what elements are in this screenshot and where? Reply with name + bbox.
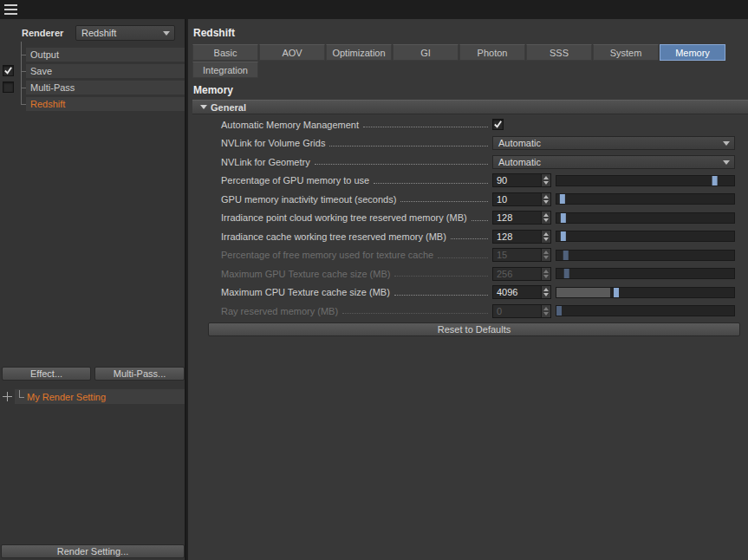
slider-track[interactable] (556, 305, 735, 316)
sidebar-item-output[interactable]: Output (26, 48, 185, 62)
sidebar-item-multi-pass[interactable]: Multi-Pass (26, 81, 185, 94)
check-icon (3, 66, 13, 75)
spinner-arrows[interactable] (541, 193, 550, 205)
slider-track[interactable] (556, 193, 735, 205)
tree-checkbox[interactable] (3, 81, 14, 93)
setting-label: Percentage of GPU memory to use (221, 175, 369, 186)
panel-title: Redshift (193, 27, 235, 39)
dropdown-value: Automatic (498, 138, 541, 148)
slider-handle[interactable] (563, 251, 569, 260)
setting-checkbox[interactable] (492, 119, 504, 130)
slider-handle[interactable] (564, 269, 569, 278)
active-setting-crosshair-icon[interactable] (3, 392, 12, 401)
number-value: 256 (493, 268, 541, 280)
slider-handle[interactable] (561, 231, 566, 241)
hamburger-menu-icon[interactable] (4, 4, 17, 6)
active-render-setting-row: My Render Setting (0, 389, 186, 404)
setting-row: Ray reserved memory (MB)0 (188, 302, 748, 321)
render-setting-item-label: My Render Setting (27, 392, 106, 402)
dotted-leader (394, 276, 488, 277)
tab-sss[interactable]: SSS (526, 44, 592, 61)
dotted-leader (329, 146, 488, 147)
tab-optimization[interactable]: Optimization (326, 44, 392, 61)
number-input[interactable]: 256 (492, 267, 551, 281)
number-value: 90 (493, 174, 541, 186)
slider-handle[interactable] (712, 176, 717, 186)
slider-track[interactable] (556, 287, 735, 298)
slider-track[interactable] (556, 268, 735, 279)
slider-track[interactable] (556, 175, 735, 186)
number-input[interactable]: 128 (492, 211, 551, 225)
sidebar-item-label: Multi-Pass (30, 82, 75, 93)
spinner-arrows[interactable] (541, 286, 550, 298)
tree-checkbox[interactable] (3, 65, 14, 76)
render-setting-button[interactable]: Render Setting... (1, 544, 185, 558)
setting-dropdown[interactable]: Automatic (492, 136, 735, 150)
slider-handle[interactable] (614, 288, 619, 297)
setting-label: GPU memory inactivity timeout (seconds) (221, 194, 396, 205)
sidebar-item-save[interactable]: Save (26, 64, 185, 78)
setting-label: Percentage of free memory used for textu… (221, 250, 433, 260)
dotted-leader (472, 220, 488, 221)
slider-track[interactable] (556, 250, 735, 261)
general-group-label: General (211, 102, 246, 113)
tab-system[interactable]: System (593, 44, 659, 61)
number-value: 128 (493, 212, 541, 224)
setting-label: NVLink for Geometry (221, 157, 310, 167)
spinner-arrows[interactable] (541, 305, 550, 317)
number-input[interactable]: 0 (492, 304, 551, 318)
tab-memory[interactable]: Memory (660, 44, 725, 61)
tab-integration[interactable]: Integration (192, 62, 258, 78)
setting-label: Irradiance cache working tree reserved m… (221, 231, 446, 242)
slider-fill (556, 288, 610, 297)
chevron-down-icon (723, 141, 730, 146)
setting-row: Irradiance cache working tree reserved m… (188, 227, 748, 246)
dotted-leader (394, 295, 488, 296)
slider-handle[interactable] (561, 213, 566, 223)
number-value: 15 (493, 249, 541, 261)
multi-pass-button[interactable]: Multi-Pass... (94, 367, 185, 381)
sidebar-item-label: Redshift (30, 99, 65, 109)
render-setting-item[interactable]: My Render Setting (15, 389, 185, 404)
tab-basic[interactable]: Basic (192, 44, 258, 61)
sidebar-item-label: Save (30, 66, 52, 76)
dotted-leader (315, 164, 488, 165)
number-input[interactable]: 90 (492, 173, 551, 187)
reset-to-defaults-button[interactable]: Reset to Defaults (208, 322, 740, 336)
effect-button[interactable]: Effect... (2, 367, 91, 381)
collapse-triangle-icon (200, 105, 207, 109)
tab-photon[interactable]: Photon (459, 44, 525, 61)
setting-row: NVLink for GeometryAutomatic (188, 153, 748, 172)
tab-gi[interactable]: GI (393, 44, 459, 61)
number-input[interactable]: 15 (492, 248, 551, 262)
number-input[interactable]: 10 (492, 192, 551, 206)
number-input[interactable]: 4096 (492, 285, 551, 299)
spinner-arrows[interactable] (541, 231, 550, 243)
slider-track[interactable] (556, 231, 735, 242)
number-value: 4096 (493, 286, 541, 298)
spinner-arrows[interactable] (541, 174, 550, 186)
setting-label: Automatic Memory Management (221, 120, 359, 130)
setting-row: Percentage of free memory used for textu… (188, 246, 748, 265)
slider-track[interactable] (556, 212, 735, 224)
setting-label: Ray reserved memory (MB) (221, 306, 338, 316)
number-value: 128 (493, 231, 541, 243)
setting-row: Irradiance point cloud working tree rese… (188, 209, 748, 228)
render-settings-window: { "sidebar": { "renderer_label": "Render… (0, 0, 748, 560)
number-value: 0 (493, 305, 541, 317)
setting-label: NVLink for Volume Grids (221, 138, 325, 148)
tab-aov[interactable]: AOV (259, 44, 325, 61)
spinner-arrows[interactable] (541, 249, 550, 261)
general-group-header[interactable]: General (192, 100, 748, 114)
setting-dropdown[interactable]: Automatic (492, 155, 735, 169)
dotted-leader (438, 257, 488, 258)
render-settings-tree: OutputSaveMulti-PassRedshift (0, 19, 185, 192)
number-input[interactable]: 128 (492, 230, 551, 244)
slider-handle[interactable] (560, 194, 565, 204)
spinner-arrows[interactable] (541, 268, 550, 280)
sidebar-item-label: Output (30, 49, 59, 60)
sidebar-item-redshift[interactable]: Redshift (26, 97, 185, 111)
spinner-arrows[interactable] (541, 212, 550, 224)
slider-handle[interactable] (556, 306, 562, 316)
tree-branch-line (19, 390, 24, 398)
